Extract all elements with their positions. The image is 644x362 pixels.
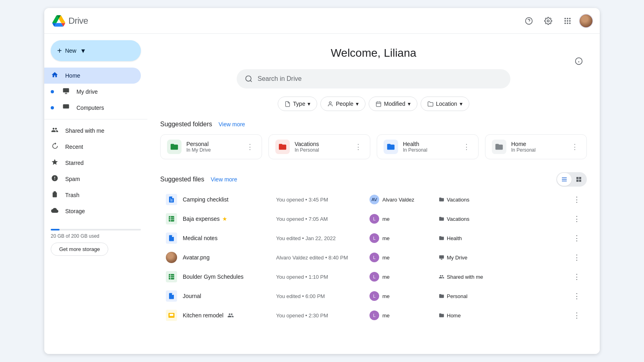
camping-checklist-icon-wrap: [165, 193, 178, 206]
new-button[interactable]: + New ▾: [51, 40, 141, 61]
folders-view-more-link[interactable]: View more: [219, 121, 245, 128]
camping-checklist-location-text: Vacations: [447, 197, 469, 203]
sidebar-item-recent[interactable]: Recent: [44, 139, 141, 155]
sidebar-item-starred[interactable]: Starred: [44, 155, 141, 171]
modified-filter-icon: [376, 101, 382, 107]
personal-folder-menu-button[interactable]: ⋮: [245, 141, 255, 153]
folder-icon-3: [439, 235, 444, 241]
avatar-png-menu-button[interactable]: ⋮: [572, 251, 582, 263]
files-view-more-link[interactable]: View more: [211, 176, 237, 183]
file-row-boulder-gym[interactable]: Boulder Gym Schedules You opened • 1:10 …: [160, 267, 587, 286]
folder-card-vacations[interactable]: Vacations In Personal ⋮: [268, 134, 370, 159]
journal-owner: L me: [369, 291, 434, 301]
sidebar-item-my-drive[interactable]: My drive: [44, 84, 141, 100]
type-filter-button[interactable]: Type ▾: [278, 97, 317, 111]
help-button[interactable]: [521, 13, 537, 29]
get-more-storage-button[interactable]: Get more storage: [51, 243, 108, 256]
sidebar-item-spam[interactable]: Spam: [44, 171, 141, 187]
svg-rect-48: [170, 314, 173, 316]
folder-card-health[interactable]: Health In Personal ⋮: [377, 134, 479, 159]
home-icon: [51, 71, 59, 80]
health-folder-menu-button[interactable]: ⋮: [461, 141, 472, 153]
shared-icon-loc: [439, 274, 444, 280]
sidebar-item-shared[interactable]: Shared with me: [44, 123, 141, 139]
main-content: Welcome, Liliana: [147, 34, 600, 354]
medical-notes-icon-wrap: [165, 232, 178, 245]
kitchen-remodel-menu-button[interactable]: ⋮: [572, 309, 582, 321]
journal-modified: You edited • 6:00 PM: [276, 293, 365, 299]
sidebar-item-home[interactable]: Home: [44, 68, 141, 84]
home-folder-menu-button[interactable]: ⋮: [570, 141, 580, 153]
files-section-title: Suggested files: [160, 176, 204, 183]
personal-folder-icon: [167, 140, 182, 154]
folder-icon: [439, 197, 444, 202]
svg-rect-4: [567, 18, 568, 19]
svg-rect-29: [562, 181, 567, 181]
location-filter-label: Location: [436, 101, 457, 107]
search-bar[interactable]: Search in Drive: [237, 69, 510, 88]
slides-icon: [166, 310, 177, 321]
folders-grid: Personal In My Drive ⋮ Vacations In Pers…: [160, 134, 587, 159]
svg-line-21: [250, 80, 252, 82]
vacations-folder-info: Vacations In Personal: [295, 141, 348, 153]
kitchen-remodel-name: Kitchen remodel: [183, 312, 271, 319]
svg-rect-11: [569, 23, 570, 24]
info-button[interactable]: [571, 53, 587, 69]
user-avatar[interactable]: [579, 14, 593, 28]
file-row-camping-checklist[interactable]: Camping checklist You opened • 3:45 PM A…: [160, 190, 587, 209]
grid-view-button[interactable]: [572, 173, 586, 186]
home-folder-location: In Personal: [511, 147, 565, 153]
folder-card-personal[interactable]: Personal In My Drive ⋮: [160, 134, 262, 159]
storage-bar-fill: [51, 229, 60, 230]
type-filter-chevron: ▾: [308, 101, 310, 107]
list-view-icon: [561, 176, 568, 183]
view-toggle: [556, 172, 587, 187]
list-view-button[interactable]: [557, 173, 572, 186]
camping-checklist-menu-button[interactable]: ⋮: [572, 193, 582, 206]
file-row-medical-notes[interactable]: Medical notes You edited • Jan 22, 2022 …: [160, 228, 587, 248]
medical-notes-menu-button[interactable]: ⋮: [572, 232, 582, 244]
file-row-journal[interactable]: Journal You edited • 6:00 PM L me Person…: [160, 286, 587, 306]
health-folder-name: Health: [403, 141, 456, 147]
baja-expenses-menu-button[interactable]: ⋮: [572, 213, 582, 225]
folder-card-home[interactable]: Home In Personal ⋮: [485, 134, 587, 159]
sidebar-item-computers[interactable]: Computers: [44, 100, 141, 116]
sidebar-spam-label: Spam: [65, 176, 80, 182]
file-row-avatar-png[interactable]: Avatar.png Alvaro Valdez edited • 8:40 P…: [160, 248, 587, 267]
sidebar-item-storage[interactable]: Storage: [44, 203, 141, 219]
boulder-gym-menu-button[interactable]: ⋮: [572, 271, 582, 283]
avatar-png-action: ⋮: [569, 251, 582, 263]
svg-rect-5: [569, 18, 570, 19]
folders-section-header: Suggested folders View more: [160, 121, 587, 128]
boulder-gym-modified: You opened • 1:10 PM: [276, 274, 365, 280]
svg-rect-27: [562, 177, 567, 178]
journal-menu-button[interactable]: ⋮: [572, 290, 582, 302]
sidebar-item-trash[interactable]: Trash: [44, 187, 141, 203]
settings-button[interactable]: [540, 13, 556, 29]
svg-point-20: [246, 76, 251, 81]
vacations-folder-menu-button[interactable]: ⋮: [353, 141, 363, 153]
svg-rect-9: [565, 23, 566, 24]
personal-folder-location: In My Drive: [186, 147, 240, 153]
boulder-gym-icon-wrap: [165, 270, 178, 283]
svg-rect-43: [169, 274, 174, 280]
drive-icon: [439, 255, 444, 260]
people-filter-button[interactable]: People ▾: [320, 97, 365, 111]
new-chevron-icon: ▾: [81, 46, 85, 55]
camping-checklist-owner-avatar: AV: [369, 195, 379, 204]
modified-filter-button[interactable]: Modified ▾: [369, 97, 417, 111]
health-folder-icon: [384, 140, 398, 154]
sidebar-home-label: Home: [65, 72, 80, 79]
medical-notes-location-text: Health: [447, 235, 462, 241]
top-bar-right: [521, 13, 593, 29]
file-row-kitchen-remodel[interactable]: Kitchen remodel You opened • 2:30 PM L m…: [160, 306, 587, 325]
apps-button[interactable]: [559, 13, 576, 29]
storage-bar-background: [51, 229, 141, 230]
file-row-baja-expenses[interactable]: Baja expenses ★ You opened • 7:05 AM L m…: [160, 209, 587, 228]
logo-area: Drive: [52, 14, 133, 27]
folder-icon-5: [439, 293, 444, 299]
location-filter-button[interactable]: Location ▾: [421, 97, 469, 111]
journal-icon-wrap: [165, 290, 178, 302]
sidebar-mydrive-label: My drive: [76, 88, 98, 95]
baja-expenses-name: Baja expenses ★: [183, 216, 271, 222]
